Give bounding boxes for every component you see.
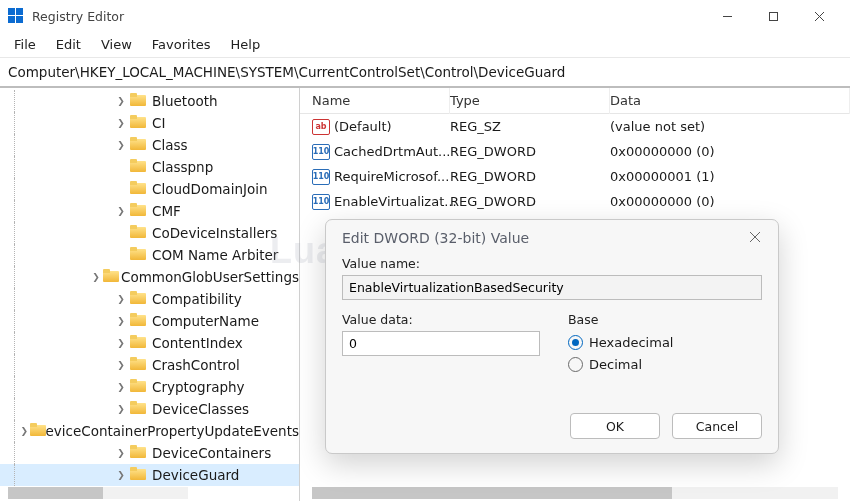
- reg-dword-icon: 110: [312, 169, 330, 185]
- chevron-right-icon: [114, 248, 128, 262]
- tree-item-contentindex[interactable]: ❯ContentIndex: [0, 332, 299, 354]
- chevron-right-icon[interactable]: ❯: [114, 402, 128, 416]
- tree-item-label: CrashControl: [152, 357, 240, 373]
- window-title: Registry Editor: [32, 9, 704, 24]
- chevron-right-icon[interactable]: ❯: [114, 380, 128, 394]
- menu-edit[interactable]: Edit: [46, 33, 91, 56]
- tree-item-deviceguard[interactable]: ❯DeviceGuard: [0, 464, 299, 486]
- list-row[interactable]: 110CachedDrtmAut...REG_DWORD0x00000000 (…: [300, 139, 850, 164]
- tree-item-label: CloudDomainJoin: [152, 181, 268, 197]
- tree-item-clouddomainjoin[interactable]: CloudDomainJoin: [0, 178, 299, 200]
- radio-icon: [568, 335, 583, 350]
- chevron-right-icon[interactable]: ❯: [21, 424, 29, 438]
- folder-icon: [130, 468, 148, 482]
- tree-item-classpnp[interactable]: Classpnp: [0, 156, 299, 178]
- tree-item-devicecontainerpropertyupdateevents[interactable]: ❯DeviceContainerPropertyUpdateEvents: [0, 420, 299, 442]
- tree-item-crashcontrol[interactable]: ❯CrashControl: [0, 354, 299, 376]
- list-scrollbar-horizontal[interactable]: [312, 487, 838, 499]
- cancel-button[interactable]: Cancel: [672, 413, 762, 439]
- tree-item-label: Cryptography: [152, 379, 245, 395]
- radio-hexadecimal[interactable]: Hexadecimal: [568, 331, 762, 353]
- tree-item-class[interactable]: ❯Class: [0, 134, 299, 156]
- tree-item-label: CoDeviceInstallers: [152, 225, 277, 241]
- minimize-button[interactable]: [704, 0, 750, 32]
- chevron-right-icon[interactable]: ❯: [91, 270, 102, 284]
- folder-icon: [130, 402, 148, 416]
- chevron-right-icon[interactable]: ❯: [114, 94, 128, 108]
- radio-decimal[interactable]: Decimal: [568, 353, 762, 375]
- tree-item-label: CMF: [152, 203, 181, 219]
- value-type: REG_DWORD: [450, 144, 610, 159]
- folder-icon: [130, 182, 148, 196]
- folder-icon: [130, 380, 148, 394]
- menu-help[interactable]: Help: [221, 33, 271, 56]
- tree-item-ci[interactable]: ❯CI: [0, 112, 299, 134]
- maximize-button[interactable]: [750, 0, 796, 32]
- value-type: REG_SZ: [450, 119, 610, 134]
- tree-item-label: DeviceContainers: [152, 445, 271, 461]
- chevron-right-icon[interactable]: ❯: [114, 116, 128, 130]
- reg-dword-icon: 110: [312, 144, 330, 160]
- menubar: File Edit View Favorites Help: [0, 32, 850, 58]
- tree-item-label: ComputerName: [152, 313, 259, 329]
- chevron-right-icon[interactable]: ❯: [114, 292, 128, 306]
- app-icon: [8, 8, 24, 24]
- list-row[interactable]: ab(Default)REG_SZ(value not set): [300, 114, 850, 139]
- dialog-close-button[interactable]: [748, 230, 764, 246]
- chevron-right-icon[interactable]: ❯: [114, 314, 128, 328]
- column-header-name[interactable]: Name: [300, 88, 450, 114]
- chevron-right-icon[interactable]: ❯: [114, 138, 128, 152]
- folder-icon: [130, 116, 148, 130]
- folder-icon: [130, 138, 148, 152]
- radio-dec-label: Decimal: [589, 357, 642, 372]
- tree-item-compatibility[interactable]: ❯Compatibility: [0, 288, 299, 310]
- tree-item-devicecontainers[interactable]: ❯DeviceContainers: [0, 442, 299, 464]
- value-type: REG_DWORD: [450, 194, 610, 209]
- value-data-label: Value data:: [342, 312, 540, 327]
- ok-button[interactable]: OK: [570, 413, 660, 439]
- tree-item-label: COM Name Arbiter: [152, 247, 278, 263]
- tree-item-label: Classpnp: [152, 159, 213, 175]
- value-type: REG_DWORD: [450, 169, 610, 184]
- window-controls: [704, 0, 842, 32]
- tree-item-label: DeviceClasses: [152, 401, 249, 417]
- dialog-titlebar: Edit DWORD (32-bit) Value: [326, 220, 778, 250]
- value-data: (value not set): [610, 119, 850, 134]
- tree-item-label: Compatibility: [152, 291, 242, 307]
- tree-item-label: DeviceContainerPropertyUpdateEvents: [35, 423, 299, 439]
- tree-item-deviceclasses[interactable]: ❯DeviceClasses: [0, 398, 299, 420]
- address-bar[interactable]: Computer\HKEY_LOCAL_MACHINE\SYSTEM\Curre…: [0, 58, 850, 88]
- column-header-type[interactable]: Type: [450, 88, 610, 114]
- tree-item-cryptography[interactable]: ❯Cryptography: [0, 376, 299, 398]
- close-button[interactable]: [796, 0, 842, 32]
- tree-item-commonglobusersettings[interactable]: ❯CommonGlobUserSettings: [0, 266, 299, 288]
- list-row[interactable]: 110EnableVirtualizat...REG_DWORD0x000000…: [300, 189, 850, 214]
- chevron-right-icon[interactable]: ❯: [114, 204, 128, 218]
- value-data: 0x00000000 (0): [610, 194, 850, 209]
- chevron-right-icon[interactable]: ❯: [114, 336, 128, 350]
- chevron-right-icon[interactable]: ❯: [114, 446, 128, 460]
- tree-item-label: DeviceGuard: [152, 467, 239, 483]
- folder-icon: [130, 204, 148, 218]
- reg-string-icon: ab: [312, 119, 330, 135]
- value-name-input[interactable]: [342, 275, 762, 300]
- chevron-right-icon[interactable]: ❯: [114, 358, 128, 372]
- folder-icon: [130, 94, 148, 108]
- folder-icon: [130, 336, 148, 350]
- tree-item-cmf[interactable]: ❯CMF: [0, 200, 299, 222]
- tree-item-bluetooth[interactable]: ❯Bluetooth: [0, 90, 299, 112]
- folder-icon: [130, 314, 148, 328]
- menu-view[interactable]: View: [91, 33, 142, 56]
- column-header-data[interactable]: Data: [610, 88, 850, 114]
- list-row[interactable]: 110RequireMicrosof...REG_DWORD0x00000001…: [300, 164, 850, 189]
- tree-item-com-name-arbiter[interactable]: COM Name Arbiter: [0, 244, 299, 266]
- tree-item-codeviceinstallers[interactable]: CoDeviceInstallers: [0, 222, 299, 244]
- menu-file[interactable]: File: [4, 33, 46, 56]
- chevron-right-icon[interactable]: ❯: [114, 468, 128, 482]
- tree-item-computername[interactable]: ❯ComputerName: [0, 310, 299, 332]
- value-data-input[interactable]: [342, 331, 540, 356]
- tree-scrollbar-horizontal[interactable]: [8, 487, 188, 499]
- chevron-right-icon: [114, 226, 128, 240]
- edit-dword-dialog: Edit DWORD (32-bit) Value Value name: Va…: [325, 219, 779, 454]
- menu-favorites[interactable]: Favorites: [142, 33, 221, 56]
